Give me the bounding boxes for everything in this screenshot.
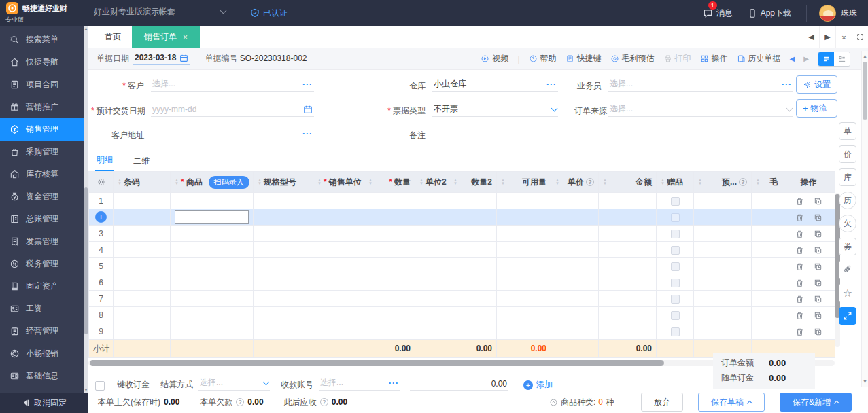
scroll-up-icon[interactable]: ▲	[862, 52, 868, 60]
sort-icon[interactable]	[698, 179, 702, 185]
sort-icon[interactable]	[317, 179, 322, 185]
expand-panel-icon[interactable]	[839, 307, 856, 325]
page-scrollbar[interactable]: ▲ ▼	[861, 51, 868, 387]
scroll-down-icon[interactable]: ▼	[84, 387, 88, 393]
tab-detail[interactable]: 明细	[95, 153, 114, 171]
ellipsis-picker-icon[interactable]	[389, 380, 399, 386]
sidebar-item-payroll[interactable]: 工资	[0, 298, 88, 320]
scrollbar-thumb[interactable]	[90, 360, 664, 366]
delete-row-icon[interactable]	[795, 262, 804, 271]
help-circle-icon[interactable]	[320, 398, 328, 406]
stock-query-icon[interactable]: 库	[839, 168, 856, 186]
gift-checkbox[interactable]	[671, 230, 680, 238]
col-header-qty[interactable]: 数量	[364, 172, 415, 193]
gift-checkbox[interactable]	[671, 311, 680, 320]
messages-button[interactable]: 1 消息	[703, 7, 733, 19]
sort-icon[interactable]	[756, 179, 760, 185]
sidebar-item-base-info[interactable]: 基础信息	[0, 365, 88, 387]
add-row-button[interactable]: +	[95, 211, 107, 223]
operate-button[interactable]: 操作	[700, 53, 728, 65]
sidebar-scrollbar[interactable]: ▲ ▼	[84, 26, 88, 393]
col-header-gift[interactable]: 赠品	[657, 172, 694, 193]
sidebar-item-purchase[interactable]: 采购管理	[0, 141, 88, 163]
copy-row-icon[interactable]	[814, 246, 822, 255]
coupon-icon[interactable]: 券	[839, 238, 856, 255]
prev-doc-icon[interactable]: ◀	[790, 55, 795, 62]
discard-button[interactable]: 放弃	[641, 393, 683, 412]
save-and-new-button[interactable]: 保存&新增	[780, 393, 852, 412]
verified-badge[interactable]: 已认证	[250, 7, 288, 19]
col-header-amount[interactable]: 金额	[599, 172, 657, 193]
print-button[interactable]: 打印	[663, 53, 691, 65]
help-circle-icon[interactable]	[236, 398, 244, 406]
delete-row-icon[interactable]	[795, 311, 804, 320]
account-set-select[interactable]: 好业财专业版演示帐套	[92, 6, 228, 20]
favorite-star-icon[interactable]: ☆	[839, 284, 856, 302]
copy-row-icon[interactable]	[814, 262, 822, 271]
app-download-button[interactable]: App下载	[748, 7, 791, 19]
close-all-tabs-icon[interactable]: ×	[835, 26, 852, 48]
history-record-icon[interactable]: 历	[839, 192, 856, 209]
arrears-icon[interactable]: 欠	[839, 215, 856, 232]
history-button[interactable]: 历史单据	[737, 53, 781, 65]
scroll-down-icon[interactable]: ▼	[862, 378, 868, 386]
sort-icon[interactable]	[453, 179, 457, 185]
gift-checkbox[interactable]	[671, 262, 680, 271]
delete-row-icon[interactable]	[795, 213, 804, 222]
bill-type-select[interactable]: 不开票	[432, 103, 558, 117]
one-click-deposit-checkbox[interactable]	[95, 381, 105, 391]
table-row[interactable]: 7	[89, 291, 835, 307]
col-header-estimate[interactable]: 预...	[694, 172, 752, 193]
salesman-field[interactable]: 选择...	[608, 78, 793, 92]
tab-2d[interactable]: 二维	[132, 154, 151, 171]
sort-icon[interactable]	[419, 179, 423, 185]
col-header-barcode[interactable]: 条码	[114, 172, 171, 193]
ellipsis-picker-icon[interactable]	[546, 82, 557, 87]
gift-checkbox[interactable]	[671, 246, 680, 255]
sort-icon[interactable]	[118, 179, 122, 185]
sort-icon[interactable]	[175, 179, 179, 185]
sort-icon[interactable]	[661, 179, 665, 185]
add-payment-button[interactable]: 添加	[523, 379, 553, 391]
copy-row-icon[interactable]	[814, 213, 822, 222]
doc-date-field[interactable]: 2023-03-18	[133, 53, 190, 65]
price-history-icon[interactable]: 价	[839, 145, 856, 163]
receipt-account-field[interactable]: 选择...	[319, 377, 400, 391]
scan-input-button[interactable]: 扫码录入	[209, 176, 249, 189]
profit-estimate-button[interactable]: 毛利预估	[610, 53, 655, 65]
tab-sales-order[interactable]: 销售订单 ×	[132, 26, 200, 48]
column-settings[interactable]	[89, 172, 114, 193]
ellipsis-picker-icon[interactable]	[302, 131, 313, 137]
gift-checkbox[interactable]	[671, 279, 680, 287]
tab-scroll-left-icon[interactable]: ◀	[803, 26, 819, 48]
settings-button[interactable]: 设置	[796, 75, 837, 94]
fullscreen-icon[interactable]	[852, 26, 868, 48]
sidebar-item-marketing[interactable]: 营销推广	[0, 96, 88, 118]
gift-checkbox[interactable]	[671, 213, 680, 222]
save-draft-button[interactable]: 保存草稿	[698, 393, 765, 412]
sidebar-item-operations[interactable]: 经营管理	[0, 320, 88, 342]
sidebar-item-funds[interactable]: 资金管理	[0, 185, 88, 208]
product-cell-input[interactable]	[175, 210, 249, 224]
delete-row-icon[interactable]	[795, 197, 804, 206]
sidebar-item-inventory[interactable]: 库存核算	[0, 163, 88, 185]
sidebar-item-invoice[interactable]: 发票管理	[0, 230, 88, 253]
delivery-date-field[interactable]: yyyy-mm-dd	[151, 104, 314, 117]
col-header-unit2[interactable]: 单位2	[415, 172, 449, 193]
delete-row-icon[interactable]	[795, 279, 804, 287]
order-source-select[interactable]: 选择...	[608, 103, 793, 117]
unpin-sidebar-button[interactable]: 取消固定	[0, 393, 88, 413]
sort-icon[interactable]	[368, 179, 372, 185]
next-doc-icon[interactable]: ▶	[803, 55, 809, 62]
sidebar-item-fixed-assets[interactable]: 固定资产	[0, 275, 88, 298]
calendar-icon[interactable]	[179, 54, 188, 62]
sidebar-item-general-ledger[interactable]: 总账管理	[0, 208, 88, 230]
table-row[interactable]: 8	[89, 307, 835, 323]
table-row[interactable]: 4	[89, 242, 835, 258]
ellipsis-picker-icon[interactable]	[782, 82, 792, 87]
help-button[interactable]: 帮助	[529, 53, 557, 65]
copy-row-icon[interactable]	[814, 295, 822, 304]
sort-icon[interactable]	[258, 179, 262, 185]
scrollbar-thumb[interactable]	[863, 62, 867, 120]
remark-field[interactable]	[432, 128, 558, 141]
